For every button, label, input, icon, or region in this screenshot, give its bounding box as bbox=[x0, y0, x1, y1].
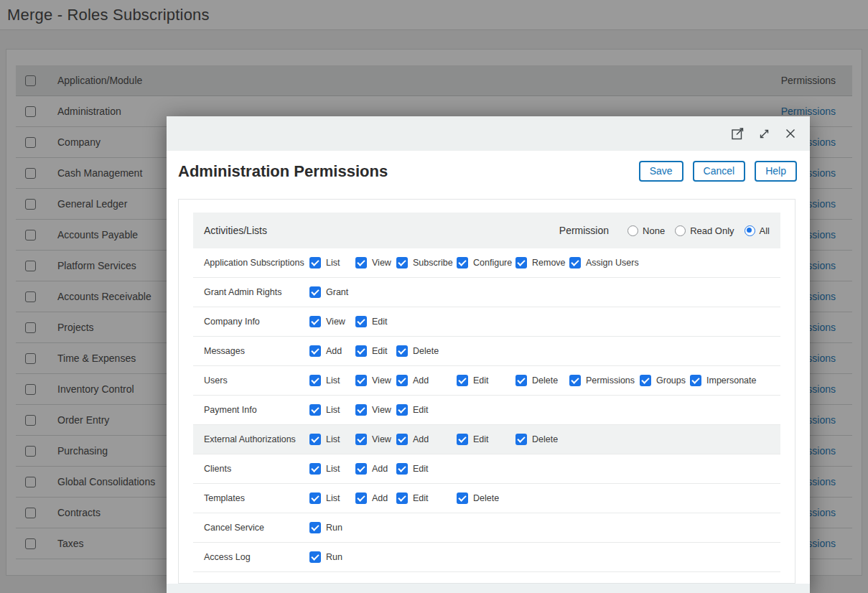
checked-checkbox[interactable] bbox=[640, 375, 651, 386]
checked-checkbox[interactable] bbox=[457, 375, 468, 386]
checked-checkbox[interactable] bbox=[355, 375, 367, 386]
permission-checkbox-cell: Configure bbox=[457, 257, 515, 269]
permission-checkbox-cell: Edit bbox=[396, 463, 457, 475]
checkbox-label: Subscribe bbox=[413, 258, 453, 268]
administration-permissions-modal: Administration Permissions Save Cancel H… bbox=[167, 116, 810, 593]
checked-checkbox[interactable] bbox=[309, 551, 321, 563]
checked-checkbox[interactable] bbox=[396, 492, 408, 504]
permission-checkbox-cell: Run bbox=[309, 522, 355, 533]
activity-label: Clients bbox=[193, 464, 309, 474]
help-button[interactable]: Help bbox=[755, 161, 797, 182]
permission-checkbox-cell: Run bbox=[309, 551, 355, 563]
checked-checkbox[interactable] bbox=[690, 375, 701, 386]
permission-radio-option[interactable]: Read Only bbox=[675, 225, 734, 236]
checked-checkbox[interactable] bbox=[515, 375, 527, 386]
checked-checkbox[interactable] bbox=[355, 316, 367, 327]
permission-checkbox-cell: View bbox=[355, 257, 396, 269]
checked-checkbox[interactable] bbox=[396, 463, 408, 475]
checkbox-label: Edit bbox=[413, 464, 429, 474]
checkbox-label: Grant bbox=[326, 287, 348, 297]
activity-label: Application Subscriptions bbox=[193, 258, 309, 268]
activity-label: Users bbox=[193, 375, 309, 386]
checkbox-label: Edit bbox=[372, 346, 388, 356]
activities-header-row: Activities/Lists Permission None Read On… bbox=[193, 213, 780, 248]
permission-row: Clients List Add Edit bbox=[193, 454, 780, 484]
checked-checkbox[interactable] bbox=[515, 434, 527, 445]
activity-label: Company Info bbox=[193, 317, 309, 327]
popout-icon[interactable] bbox=[729, 126, 745, 141]
checkbox-label: Edit bbox=[473, 434, 489, 444]
permission-row: Payment Info List View Edit bbox=[193, 396, 780, 425]
checked-checkbox[interactable] bbox=[355, 257, 367, 269]
permission-checkbox-cell: Edit bbox=[355, 316, 396, 327]
checked-checkbox[interactable] bbox=[396, 257, 408, 269]
checkbox-label: Add bbox=[372, 493, 388, 503]
checked-checkbox[interactable] bbox=[355, 345, 367, 357]
permission-checkbox-cell: List bbox=[309, 375, 355, 386]
checked-checkbox[interactable] bbox=[309, 286, 321, 298]
checkbox-label: List bbox=[326, 464, 340, 474]
checked-checkbox[interactable] bbox=[309, 522, 321, 533]
permission-row: Company Info View Edit bbox=[193, 307, 780, 337]
permission-checkbox-cell: View bbox=[355, 404, 396, 416]
radio-icon[interactable] bbox=[675, 225, 686, 236]
checked-checkbox[interactable] bbox=[457, 257, 468, 269]
radio-icon[interactable] bbox=[627, 225, 638, 236]
permission-checkbox-cell: Add bbox=[396, 375, 457, 386]
permission-radio-option[interactable]: None bbox=[627, 225, 665, 236]
permission-checkbox-cell: Permissions bbox=[569, 375, 640, 386]
close-icon[interactable] bbox=[783, 126, 798, 141]
checkbox-label: List bbox=[326, 434, 340, 444]
checked-checkbox[interactable] bbox=[396, 375, 408, 386]
checked-checkbox[interactable] bbox=[515, 257, 527, 269]
permission-radio-option[interactable]: All bbox=[745, 225, 770, 236]
checked-checkbox[interactable] bbox=[396, 434, 408, 445]
permission-checkbox-cell: Groups bbox=[640, 375, 690, 386]
checked-checkbox[interactable] bbox=[355, 434, 367, 445]
checkbox-label: Run bbox=[326, 523, 342, 533]
checked-checkbox[interactable] bbox=[309, 375, 321, 386]
permission-checkbox-cell: Add bbox=[396, 434, 457, 445]
activity-label: External Authorizations bbox=[193, 434, 309, 444]
checked-checkbox[interactable] bbox=[309, 404, 321, 416]
checked-checkbox[interactable] bbox=[309, 492, 321, 504]
permission-row: Templates List Add Edit Delete bbox=[193, 484, 780, 513]
checked-checkbox[interactable] bbox=[569, 257, 581, 269]
permission-row: Application Subscriptions List View Subs… bbox=[193, 248, 780, 278]
checked-checkbox[interactable] bbox=[457, 492, 468, 504]
checked-checkbox[interactable] bbox=[309, 463, 321, 475]
checked-checkbox[interactable] bbox=[309, 257, 321, 269]
checked-checkbox[interactable] bbox=[309, 345, 321, 357]
permission-checkbox-cell: Subscribe bbox=[396, 257, 457, 269]
modal-header: Administration Permissions Save Cancel H… bbox=[167, 151, 810, 192]
checked-checkbox[interactable] bbox=[396, 404, 408, 416]
permission-checkbox-cell: Add bbox=[309, 345, 355, 357]
permissions-rows: Application Subscriptions List View Subs… bbox=[193, 248, 780, 572]
radio-icon[interactable] bbox=[745, 225, 755, 236]
radio-label: Read Only bbox=[690, 225, 734, 236]
cancel-button[interactable]: Cancel bbox=[693, 161, 746, 182]
checked-checkbox[interactable] bbox=[309, 434, 321, 445]
checked-checkbox[interactable] bbox=[457, 434, 468, 445]
permission-checkbox-cell: View bbox=[355, 375, 396, 386]
checked-checkbox[interactable] bbox=[396, 345, 408, 357]
checked-checkbox[interactable] bbox=[569, 375, 581, 386]
checkbox-label: Edit bbox=[413, 405, 429, 415]
save-button[interactable]: Save bbox=[639, 161, 683, 182]
checked-checkbox[interactable] bbox=[355, 492, 367, 504]
permission-radio-group: Permission None Read Only All bbox=[559, 225, 780, 236]
activity-label: Access Log bbox=[193, 552, 309, 562]
checkbox-label: Add bbox=[413, 434, 429, 444]
checkbox-label: Add bbox=[372, 464, 388, 474]
expand-icon[interactable] bbox=[756, 126, 772, 141]
checkbox-label: Edit bbox=[473, 375, 489, 386]
checked-checkbox[interactable] bbox=[355, 463, 367, 475]
permissions-panel: Activities/Lists Permission None Read On… bbox=[178, 199, 795, 584]
activity-label: Grant Admin Rights bbox=[193, 287, 309, 297]
checkbox-label: View bbox=[326, 317, 345, 327]
checked-checkbox[interactable] bbox=[309, 316, 321, 327]
checkbox-label: Impersonate bbox=[706, 375, 756, 386]
checkbox-label: View bbox=[372, 258, 391, 268]
checked-checkbox[interactable] bbox=[355, 404, 367, 416]
checkbox-label: List bbox=[326, 405, 340, 415]
